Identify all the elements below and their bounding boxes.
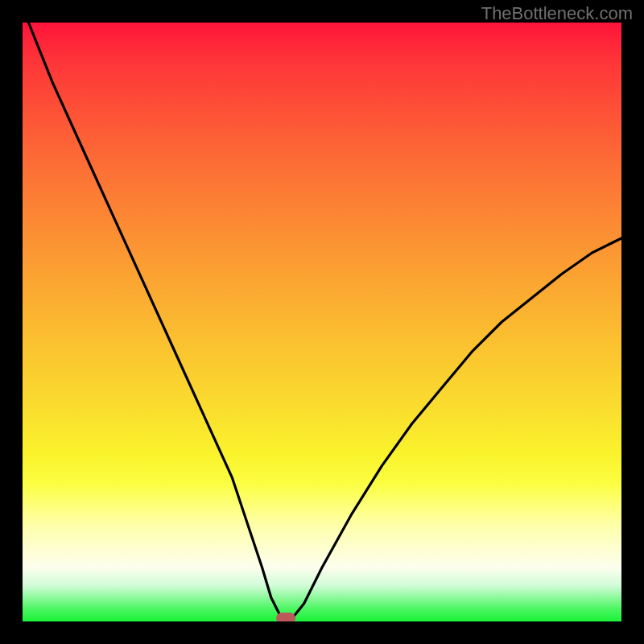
plot-area xyxy=(23,23,621,621)
bottleneck-curve xyxy=(23,23,621,621)
chart-frame: TheBottleneck.com xyxy=(0,0,644,644)
optimal-marker xyxy=(276,613,295,621)
watermark-text: TheBottleneck.com xyxy=(481,3,633,24)
